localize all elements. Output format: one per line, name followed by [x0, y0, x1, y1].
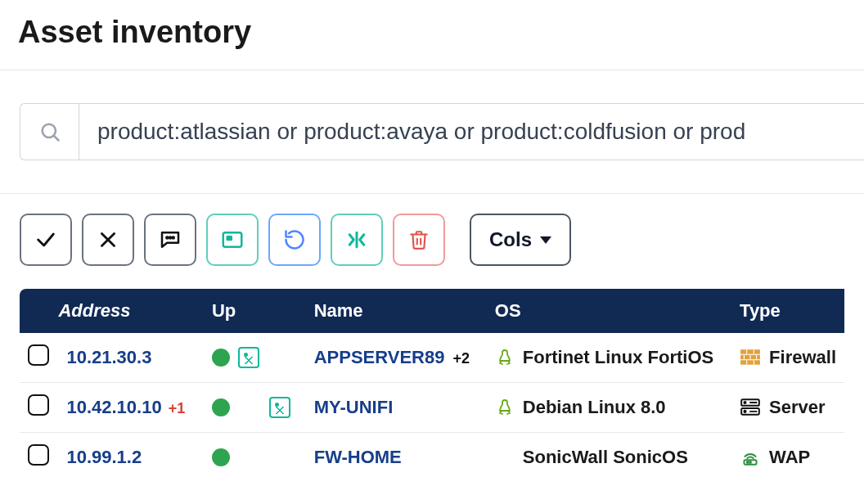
merge-button[interactable]: [331, 214, 383, 266]
screenshot-button[interactable]: [206, 214, 259, 266]
asset-table: Address Up Name OS Type 10.21.30.3 APPSE…: [0, 289, 864, 482]
comment-button[interactable]: [144, 214, 196, 266]
svg-point-23: [744, 411, 745, 412]
asset-name-link[interactable]: APPSERVER89: [314, 347, 445, 368]
search-icon-box[interactable]: [20, 103, 79, 160]
firewall-icon: [740, 348, 761, 367]
header-address[interactable]: Address: [58, 289, 204, 333]
search-bar: [0, 70, 864, 193]
image-icon: [269, 397, 290, 418]
header-os[interactable]: OS: [487, 289, 731, 333]
search-input[interactable]: [79, 103, 864, 160]
delete-button[interactable]: [393, 214, 445, 266]
header-up[interactable]: Up: [204, 289, 306, 333]
type-text: Firewall: [769, 347, 836, 368]
status-up-icon: [212, 349, 230, 367]
table-header-row: Address Up Name OS Type: [20, 289, 844, 333]
table-row: 10.99.1.2 FW-HOME SonicWall SonicOS WAP: [20, 433, 844, 482]
header-type[interactable]: Type: [731, 289, 844, 333]
status-up-icon: [212, 398, 230, 416]
merge-icon: [344, 227, 369, 252]
name-extra: +2: [452, 350, 470, 367]
linux-icon: [495, 348, 515, 367]
asset-name-link[interactable]: FW-HOME: [314, 447, 402, 468]
columns-button-label: Cols: [489, 228, 532, 251]
check-icon: [34, 228, 57, 251]
cloud-icon: [238, 398, 261, 416]
refresh-icon: [283, 228, 306, 251]
svg-point-28: [749, 461, 751, 463]
header-name[interactable]: Name: [306, 289, 487, 333]
address-link[interactable]: 10.42.10.10: [66, 397, 161, 418]
columns-button[interactable]: Cols: [470, 214, 571, 266]
table-row: 10.21.30.3 APPSERVER89 +2 Fortinet Linux…: [20, 333, 844, 383]
svg-rect-12: [740, 360, 760, 364]
confirm-button[interactable]: [20, 214, 72, 266]
type-text: WAP: [769, 447, 810, 468]
cancel-button[interactable]: [82, 214, 134, 266]
svg-point-4: [166, 237, 168, 239]
os-text: Fortinet Linux FortiOS: [523, 347, 713, 368]
type-text: Server: [769, 397, 826, 418]
linux-icon: [495, 398, 515, 417]
svg-point-5: [169, 237, 171, 239]
search-icon: [38, 120, 61, 143]
image-icon: [238, 347, 259, 368]
svg-point-27: [747, 461, 749, 463]
trash-icon: [408, 229, 430, 250]
refresh-button[interactable]: [268, 214, 321, 266]
page-title: Asset inventory: [0, 0, 864, 70]
asset-name-link[interactable]: MY-UNIFI: [314, 397, 394, 418]
screenshot-icon: [220, 227, 245, 252]
comment-icon: [158, 227, 182, 252]
table-row: 10.42.10.10 +1 MY-UNIFI Debian Linux 8.0…: [20, 383, 844, 433]
close-icon: [97, 229, 119, 250]
row-checkbox[interactable]: [28, 394, 49, 416]
svg-rect-8: [227, 236, 232, 240]
row-checkbox[interactable]: [28, 444, 49, 466]
chevron-down-icon: [540, 236, 551, 244]
os-text: SonicWall SonicOS: [523, 447, 688, 468]
address-extra: +1: [169, 400, 186, 417]
server-icon: [740, 398, 761, 417]
wap-icon: [740, 448, 761, 467]
svg-point-6: [173, 237, 174, 239]
svg-point-22: [744, 402, 745, 403]
row-checkbox[interactable]: [28, 344, 49, 366]
address-link[interactable]: 10.21.30.3: [66, 347, 151, 368]
status-up-icon: [212, 448, 230, 466]
address-link[interactable]: 10.99.1.2: [66, 447, 142, 468]
svg-rect-10: [740, 349, 760, 353]
toolbar: Cols: [0, 194, 864, 289]
os-text: Debian Linux 8.0: [523, 397, 666, 418]
svg-line-1: [54, 136, 58, 140]
